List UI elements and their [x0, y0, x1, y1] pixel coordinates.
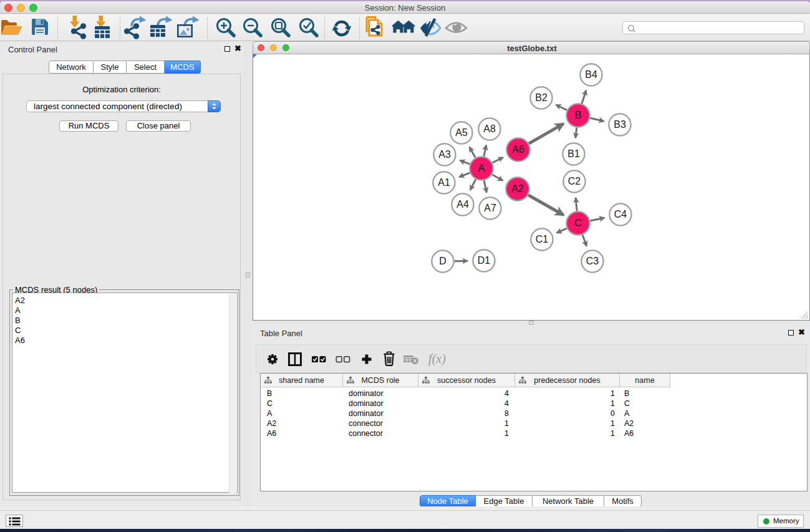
svg-text:A2: A2 [511, 183, 524, 194]
svg-text:A: A [478, 163, 485, 173]
svg-text:D1: D1 [478, 255, 491, 266]
svg-text:C1: C1 [536, 234, 549, 244]
svg-text:A3: A3 [438, 149, 451, 160]
svg-text:C2: C2 [568, 176, 581, 186]
svg-text:A6: A6 [512, 144, 524, 155]
svg-text:B: B [575, 110, 582, 120]
svg-text:A1: A1 [438, 177, 450, 188]
svg-text:C3: C3 [586, 256, 599, 266]
svg-text:B4: B4 [585, 69, 597, 80]
svg-text:B3: B3 [614, 119, 626, 130]
svg-text:D: D [439, 256, 446, 266]
svg-text:B1: B1 [567, 148, 580, 159]
svg-text:A8: A8 [483, 123, 496, 134]
svg-text:A5: A5 [455, 127, 468, 138]
svg-text:C: C [574, 218, 582, 228]
svg-text:C4: C4 [614, 209, 627, 220]
svg-text:A4: A4 [456, 199, 469, 210]
svg-text:B2: B2 [535, 92, 547, 103]
svg-text:f(x): f(x) [428, 352, 446, 366]
svg-text:A7: A7 [484, 203, 496, 213]
